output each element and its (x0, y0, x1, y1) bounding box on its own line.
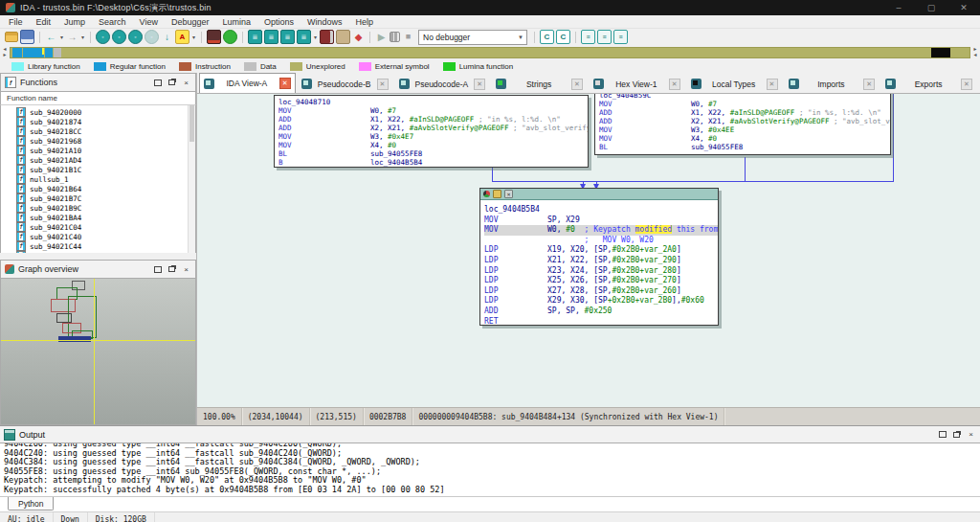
save-icon[interactable] (20, 30, 34, 44)
function-list-item[interactable]: fsub_94021C44 (1, 241, 195, 251)
asm-line[interactable]: MOVSP, X29 (484, 216, 718, 226)
basic-block-loc-94048710[interactable]: loc_94048710MOVW0, #7ADDX1, X22, #aInSLD… (274, 95, 589, 168)
terminate-process-icon[interactable] (320, 30, 334, 44)
close-button[interactable]: ✕ (947, 0, 980, 15)
minimize-button[interactable]: – (882, 0, 915, 15)
tab-strings[interactable]: Strings✕ (491, 74, 588, 93)
function-list-item[interactable]: fsub_94021C40 (1, 232, 195, 241)
tab-close-icon[interactable]: ✕ (863, 79, 875, 90)
function-list-item[interactable]: fsub_94020000 (1, 107, 195, 117)
debugger-breakpoints-icon[interactable]: ≣ (280, 30, 295, 44)
function-name-column-header[interactable]: Function name (0, 92, 196, 105)
function-list-item[interactable]: fsub_94021C04 (1, 222, 195, 232)
function-list-item[interactable]: fsub_94021B7C (1, 193, 195, 203)
dropdown-caret-icon[interactable]: ▾ (58, 34, 65, 40)
maximize-button[interactable]: ▢ (915, 0, 947, 15)
output-maximize-button[interactable] (937, 429, 947, 440)
function-list-item[interactable]: fsub_940218CC (1, 126, 195, 136)
asm-line[interactable]: Bloc_9404B5B4 (278, 158, 588, 167)
func-calls-icon[interactable]: ≡ (581, 30, 595, 44)
produce-c-file-icon[interactable]: C (540, 30, 554, 44)
forward-icon[interactable]: → (66, 31, 78, 43)
menu-help[interactable]: Help (349, 17, 381, 27)
jump-function-icon[interactable]: ◦ (128, 30, 143, 44)
tab-pseudocode-a[interactable]: Pseudocode-A✕ (394, 74, 491, 93)
functions-maximize-button[interactable] (152, 78, 163, 88)
debugger-modules-icon[interactable]: ≣ (264, 30, 278, 44)
dropdown-caret-icon[interactable]: ▾ (79, 34, 86, 40)
tab-close-icon[interactable]: ✕ (571, 79, 583, 90)
asm-line[interactable]: ADDSP, SP, #0x250 (484, 306, 718, 317)
tab-close-icon[interactable]: ✕ (767, 79, 778, 90)
function-list-item[interactable]: fsub_94021B1C (1, 165, 195, 174)
text-search-icon[interactable]: A (175, 30, 189, 44)
function-list-item[interactable]: fsub_94021C74 (1, 251, 195, 253)
asm-line[interactable]: ADDX1, X22, #aInSLD@PAGEOFF ; "in %s, l:… (599, 108, 890, 117)
overview-maximize-button[interactable] (152, 264, 163, 275)
menu-jump[interactable]: Jump (57, 17, 92, 27)
asm-line[interactable]: ADDX2, X21, #aAvbSlotVerify@PAGEOFF ; "a… (599, 117, 890, 125)
asm-line[interactable]: LDPX21, X22, [SP,#0x2B0+var_290] (484, 256, 718, 266)
func-callees-icon[interactable]: ≡ (613, 30, 628, 44)
menu-lumina[interactable]: Lumina (215, 17, 257, 27)
window-capture-icon[interactable] (207, 30, 221, 44)
asm-label-line[interactable]: loc_9404B5B4 (484, 205, 718, 216)
produce-header-icon[interactable]: C (556, 30, 570, 44)
asm-line[interactable]: RET (484, 317, 718, 326)
asm-line[interactable]: LDPX27, X28, [SP,#0x2B0+var_260] (484, 286, 718, 297)
tab-hex-view-1[interactable]: Hex View-1✕ (589, 74, 685, 93)
block-color-icon[interactable] (483, 191, 490, 197)
navband-left-arrows-icon[interactable]: ◄► (1, 46, 9, 57)
tab-pseudocode-b[interactable]: Pseudocode-B✕ (297, 74, 393, 93)
tab-close-icon[interactable]: ✕ (669, 79, 680, 90)
graph-canvas[interactable]: loc_94048710MOVW0, #7ADDX1, X22, #aInSLD… (197, 94, 980, 407)
asm-line[interactable]: MOVW0, #0 ; Keypatch modified this from: (484, 225, 718, 236)
function-list-item[interactable]: fsub_94021968 (1, 136, 195, 146)
asm-line[interactable]: MOVX4, #0 (278, 141, 588, 149)
function-list-item[interactable]: fsub_94021A10 (1, 146, 195, 155)
start-process-icon[interactable]: ▶ (375, 31, 388, 43)
jump-by-name-icon[interactable]: ◦ (112, 30, 126, 44)
tab-ida-view-a[interactable]: IDA View-A✕ (199, 73, 296, 93)
navigation-band[interactable]: ◄► ►◄ (0, 45, 980, 60)
menu-file[interactable]: File (2, 17, 30, 27)
menu-edit[interactable]: Edit (30, 17, 58, 27)
function-list-item[interactable]: fsub_94021BA4 (1, 213, 195, 222)
function-list-item[interactable]: fsub_94021AD4 (1, 155, 195, 165)
python-cli-tab[interactable]: Python (8, 497, 54, 511)
tab-close-icon[interactable]: ✕ (377, 79, 389, 90)
jump-recent-icon[interactable]: ◦ (145, 30, 159, 44)
basic-block-loc-9404B5B4[interactable]: ✕ loc_9404B5B4MOVSP, X29MOVW0, #0 ; Keyp… (479, 188, 719, 326)
block-patch-icon[interactable] (493, 190, 501, 198)
functions-close-button[interactable]: × (181, 78, 191, 88)
back-icon[interactable]: ← (45, 31, 57, 43)
dropdown-caret-icon[interactable]: ▾ (312, 34, 319, 40)
panel-splitter[interactable] (0, 253, 196, 260)
menu-windows[interactable]: Windows (301, 17, 349, 27)
dropdown-caret-icon[interactable]: ▾ (190, 34, 197, 40)
asm-line[interactable]: BLsub_94055FE8 (599, 143, 890, 151)
asm-line[interactable]: ADDX1, X22, #aInSLD@PAGEOFF ; "in %s, l:… (278, 115, 588, 124)
function-list-item[interactable]: fsub_94021B64 (1, 184, 195, 193)
asm-line[interactable]: MOVW0, #7 (599, 100, 890, 108)
jump-by-address-icon[interactable]: ◦ (96, 30, 110, 44)
output-float-button[interactable] (951, 429, 962, 440)
overview-float-button[interactable] (167, 264, 177, 275)
reanalyze-icon[interactable] (223, 30, 237, 44)
open-file-icon[interactable] (5, 32, 18, 42)
asm-line[interactable]: MOVW3, #0x4E7 (278, 132, 588, 141)
pause-process-icon[interactable] (390, 32, 400, 42)
overview-close-button[interactable]: × (181, 264, 191, 275)
menu-search[interactable]: Search (92, 17, 133, 27)
tab-close-icon[interactable]: ✕ (961, 79, 972, 90)
asm-line[interactable]: ; MOV W0, W20 (484, 236, 718, 246)
asm-label-line[interactable]: loc_94048710 (278, 98, 588, 106)
function-list-item[interactable]: fnullsub_1 (1, 174, 195, 184)
function-list-item[interactable]: fsub_94021B9C (1, 203, 195, 213)
tab-exports[interactable]: Exports✕ (880, 74, 977, 93)
tab-local-types[interactable]: Local Types✕ (686, 74, 783, 93)
asm-line[interactable]: MOVW0, #7 (278, 106, 588, 115)
asm-line[interactable]: LDPX25, X26, [SP,#0x2B0+var_270] (484, 276, 718, 286)
navband-right-arrows-icon[interactable]: ►◄ (971, 46, 979, 57)
debugger-watches-icon[interactable]: ≣ (297, 30, 311, 44)
